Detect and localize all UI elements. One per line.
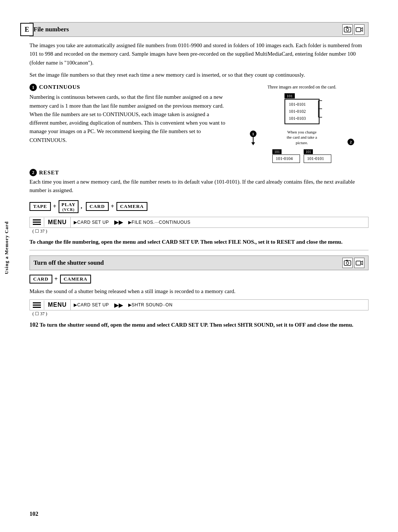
shutter-photo-icon bbox=[342, 258, 353, 268]
menu-label: MENU bbox=[44, 217, 71, 227]
menu-lines bbox=[30, 218, 44, 227]
top-folder-box: 101 101-0101 101-0102 101-0103 bbox=[284, 93, 320, 125]
shutter-menu-label: MENU bbox=[44, 300, 71, 310]
file-numbers-instruction: To change the file numbering, open the m… bbox=[29, 238, 369, 246]
file-list: 101-0101 101-0102 101-0103 bbox=[289, 101, 315, 122]
svg-rect-11 bbox=[344, 261, 351, 265]
divider bbox=[29, 250, 369, 250]
video-icon bbox=[354, 24, 364, 35]
shutter-menu-row: MENU ▶CARD SET UP ▶▶ ▶SHTR SOUND··ON bbox=[29, 299, 369, 310]
reset-title: 2 RESET bbox=[29, 169, 369, 176]
badge-1: 1 bbox=[250, 131, 256, 137]
badge-2-col: 2 bbox=[348, 139, 354, 145]
shutter-bar-2 bbox=[33, 305, 41, 306]
continuous-text-col: 1 CONTINUOUS Numbering is continuous bet… bbox=[29, 83, 229, 163]
right-folder: 101 101-0101 bbox=[304, 149, 331, 163]
shutter-bar-1 bbox=[33, 302, 41, 303]
shutter-menu-double-arrow: ▶▶ bbox=[112, 302, 125, 309]
svg-rect-14 bbox=[356, 261, 361, 265]
shutter-menu-step-2: ▶SHTR SOUND··ON bbox=[125, 301, 176, 309]
file-numbers-header: File numbers bbox=[29, 22, 369, 37]
svg-rect-0 bbox=[344, 27, 351, 32]
intro-para1: The images you take are automatically as… bbox=[29, 41, 369, 67]
reset-section: 2 RESET Each time you insert a new memor… bbox=[29, 169, 369, 195]
left-body: 101-0104 bbox=[272, 154, 300, 163]
continuous-diagram: Three images are recorded on the card. 1… bbox=[235, 83, 369, 163]
photo-icon bbox=[342, 24, 353, 35]
change-caption: When you change the card and take a pict… bbox=[285, 129, 318, 145]
play-btn: PLAY (VCR) bbox=[59, 200, 78, 213]
page-number: 102 bbox=[29, 511, 38, 517]
badge-2: 2 bbox=[348, 139, 354, 145]
arrow-change-row: 1 When you change the card and take a pi… bbox=[235, 129, 369, 145]
svg-marker-10 bbox=[251, 142, 255, 145]
circle-2: 2 bbox=[29, 169, 37, 176]
reset-body: Each time you insert a new memory card, … bbox=[29, 178, 369, 195]
circle-1: 1 bbox=[29, 84, 37, 91]
svg-point-12 bbox=[346, 262, 349, 264]
right-body: 101-0101 bbox=[304, 154, 331, 163]
small-folders-row: 101 101-0104 101 101-0101 bbox=[272, 149, 331, 163]
continuous-section: 1 CONTINUOUS Numbering is continuous bet… bbox=[29, 83, 369, 163]
menu-area: MENU ▶CARD SET UP ▶▶ ▶FILE NOS.···CONTIN… bbox=[29, 217, 369, 234]
plus-1: + bbox=[53, 203, 56, 210]
menu-step-1: ▶CARD SET UP bbox=[71, 218, 112, 226]
continuous-title: 1 CONTINUOUS bbox=[29, 83, 229, 91]
shutter-camera-btn: CAMERA bbox=[60, 275, 91, 284]
menu-row: MENU ▶CARD SET UP ▶▶ ▶FILE NOS.···CONTIN… bbox=[29, 217, 369, 228]
shutter-instruction: 102 To turn the shutter sound off, open … bbox=[29, 320, 369, 330]
shutter-menu-area: MENU ▶CARD SET UP ▶▶ ▶SHTR SOUND··ON ( ☐… bbox=[29, 299, 369, 317]
menu-bar-2 bbox=[33, 222, 41, 223]
svg-rect-13 bbox=[346, 260, 348, 261]
svg-rect-3 bbox=[356, 28, 361, 32]
tape-btn: TAPE bbox=[29, 202, 51, 211]
left-folder: 101 101-0104 bbox=[272, 149, 300, 163]
shutter-plus: + bbox=[55, 276, 58, 282]
page-number-inline: 102 bbox=[29, 321, 38, 328]
card-camera-command: CARD + CAMERA bbox=[29, 275, 369, 284]
left-tab: 101 bbox=[272, 149, 282, 154]
menu-bar-1 bbox=[33, 219, 41, 220]
shutter-sound-title: Turn off the shutter sound bbox=[34, 259, 104, 267]
file-numbers-title: File numbers bbox=[34, 26, 69, 33]
shutter-card-btn: CARD bbox=[29, 275, 52, 284]
shutter-body: Makes the sound of a shutter being relea… bbox=[29, 287, 369, 296]
shutter-header-icons bbox=[342, 258, 364, 268]
file-1: 101-0101 bbox=[289, 101, 315, 108]
right-tab: 101 bbox=[304, 149, 313, 154]
top-folder-area: 101 101-0101 101-0102 101-0103 bbox=[284, 93, 320, 125]
svg-rect-2 bbox=[346, 27, 348, 28]
arrow-col: 1 bbox=[250, 131, 256, 145]
diagram-caption: Three images are recorded on the card. bbox=[268, 84, 336, 90]
left-file: 101-0104 bbox=[276, 156, 297, 161]
plus-2: + bbox=[111, 203, 114, 210]
svg-point-1 bbox=[346, 28, 349, 31]
shutter-menu-step-1: ▶CARD SET UP bbox=[71, 301, 112, 309]
intro-para2: Set the image file numbers so that they … bbox=[29, 71, 369, 79]
comma: , bbox=[81, 203, 82, 210]
folder-tab: 101 bbox=[284, 93, 295, 98]
folder-body: 101-0101 101-0102 101-0103 bbox=[284, 99, 320, 125]
shutter-sound-header: Turn off the shutter sound bbox=[29, 255, 369, 270]
right-folder-group: 101 101-0101 bbox=[304, 149, 331, 163]
e-box: E bbox=[20, 23, 34, 36]
menu-page-ref: ( ☐ 37 ) bbox=[32, 229, 369, 234]
camera-btn: CAMERA bbox=[116, 202, 148, 211]
menu-bar-3 bbox=[33, 224, 41, 225]
file-3: 101-0103 bbox=[289, 115, 315, 122]
page: E Using a Memory Card File numbers The i… bbox=[0, 0, 398, 532]
sidebar-label: Using a Memory Card bbox=[4, 221, 10, 274]
right-file: 101-0101 bbox=[307, 156, 328, 161]
menu-double-arrow: ▶▶ bbox=[112, 219, 125, 226]
header-icons bbox=[342, 24, 364, 35]
menu-step-2: ▶FILE NOS.···CONTINUOUS bbox=[125, 218, 193, 226]
shutter-sound-section: Turn off the shutter sound CARD + CAMERA… bbox=[29, 255, 369, 330]
left-folder-group: 101 101-0104 bbox=[272, 149, 300, 163]
shutter-video-icon bbox=[354, 258, 364, 268]
shutter-bar-3 bbox=[33, 307, 41, 308]
shutter-menu-page-ref: ( ☐ 37 ) bbox=[32, 311, 369, 317]
file-2: 101-0102 bbox=[289, 108, 315, 115]
shutter-menu-lines bbox=[30, 300, 44, 310]
card-btn: CARD bbox=[86, 202, 109, 211]
tape-command-line: TAPE + PLAY (VCR) , CARD + CAMERA bbox=[29, 200, 369, 213]
